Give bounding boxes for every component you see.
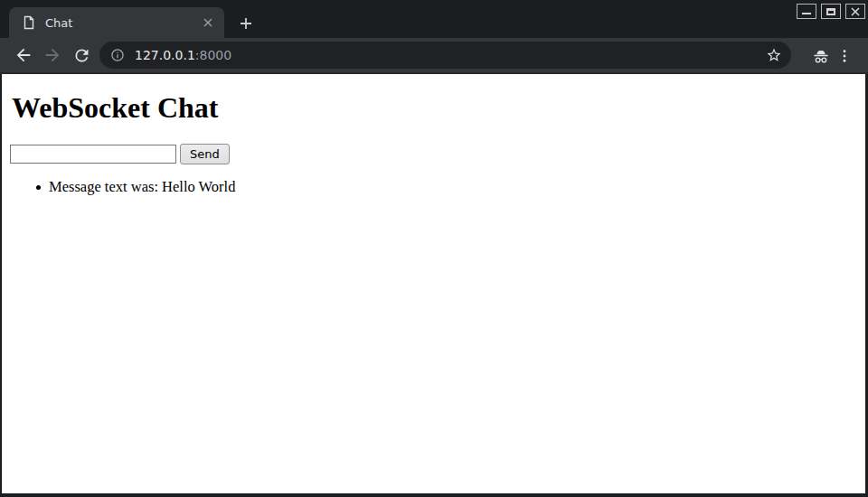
bullet-icon	[36, 185, 41, 190]
url-text: 127.0.0.1:8000	[135, 48, 231, 62]
chat-form: Send	[10, 144, 230, 164]
reload-icon	[72, 46, 91, 65]
send-button[interactable]: Send	[180, 144, 230, 164]
tab-title: Chat	[45, 16, 200, 30]
forward-button[interactable]	[42, 44, 63, 66]
reload-button[interactable]	[71, 44, 92, 66]
browser-window: Chat	[0, 0, 868, 497]
page-content: WebSocket Chat Send Message text was: He…	[2, 74, 865, 493]
back-button[interactable]	[13, 44, 34, 66]
message-input[interactable]	[10, 145, 176, 164]
bookmark-star-icon[interactable]	[765, 46, 783, 64]
browser-toolbar: 127.0.0.1:8000	[0, 38, 868, 74]
tab-strip: Chat	[0, 0, 868, 38]
new-tab-button[interactable]	[235, 13, 257, 34]
message-text: Message text was: Hello World	[49, 178, 235, 196]
minimize-icon	[802, 13, 811, 14]
address-bar[interactable]: 127.0.0.1:8000	[99, 42, 791, 69]
maximize-button[interactable]	[821, 4, 841, 19]
document-icon	[22, 15, 36, 30]
window-controls	[797, 4, 865, 19]
message-list: Message text was: Hello World	[36, 178, 235, 196]
close-button[interactable]	[845, 4, 865, 19]
forward-icon	[42, 45, 62, 65]
tab-chat[interactable]: Chat	[9, 7, 224, 38]
list-item: Message text was: Hello World	[36, 178, 235, 196]
url-host: 127.0.0.1	[135, 48, 195, 62]
back-icon	[14, 45, 33, 65]
menu-dots-icon[interactable]	[834, 45, 855, 67]
incognito-icon	[810, 45, 832, 67]
info-icon[interactable]	[110, 48, 125, 62]
minimize-button[interactable]	[797, 4, 816, 19]
close-icon	[851, 7, 860, 16]
page-title: WebSocket Chat	[12, 91, 218, 125]
maximize-icon	[826, 8, 835, 15]
tab-close-icon[interactable]	[200, 14, 216, 31]
url-port: :8000	[195, 48, 231, 62]
